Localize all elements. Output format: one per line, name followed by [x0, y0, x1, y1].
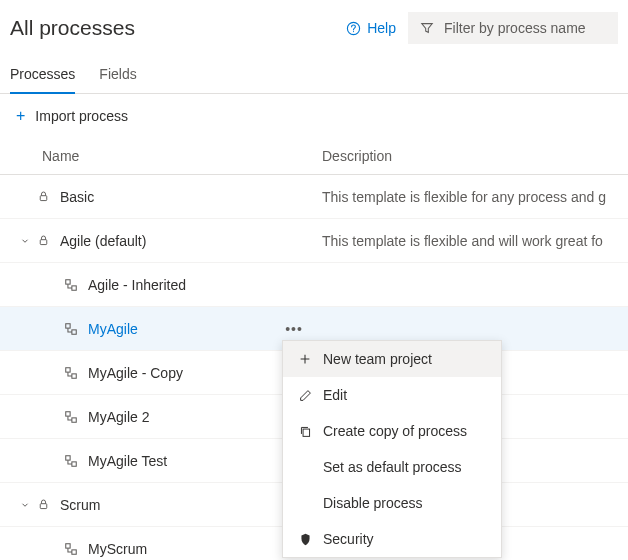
svg-rect-9 — [72, 373, 76, 377]
inherited-icon — [62, 322, 80, 336]
copy-icon — [297, 425, 313, 438]
tabs: Processes Fields — [0, 58, 628, 94]
process-name[interactable]: Agile (default) — [52, 233, 146, 249]
lock-icon — [34, 190, 52, 203]
svg-rect-3 — [40, 240, 47, 245]
menu-item-set-as-default-process[interactable]: Set as default process — [283, 449, 501, 485]
menu-item-label: Security — [323, 531, 374, 547]
menu-item-label: Set as default process — [323, 459, 462, 475]
inherited-icon — [62, 410, 80, 424]
svg-rect-15 — [66, 543, 70, 547]
more-actions-button[interactable]: ••• — [282, 321, 306, 337]
table-header: Name Description — [0, 138, 628, 175]
context-menu: New team projectEditCreate copy of proce… — [282, 340, 502, 558]
column-description: Description — [322, 148, 628, 164]
svg-rect-7 — [72, 329, 76, 333]
help-label: Help — [367, 20, 396, 36]
shield-icon — [297, 533, 313, 546]
menu-item-create-copy-of-process[interactable]: Create copy of process — [283, 413, 501, 449]
menu-item-label: New team project — [323, 351, 432, 367]
edit-icon — [297, 389, 313, 402]
svg-rect-17 — [303, 429, 310, 436]
plus-icon — [297, 352, 313, 366]
menu-item-label: Edit — [323, 387, 347, 403]
menu-item-edit[interactable]: Edit — [283, 377, 501, 413]
svg-rect-6 — [66, 323, 70, 327]
menu-item-security[interactable]: Security — [283, 521, 501, 557]
filter-input[interactable]: Filter by process name — [408, 12, 618, 44]
import-label: Import process — [35, 108, 128, 124]
inherited-icon — [62, 542, 80, 556]
filter-placeholder: Filter by process name — [444, 20, 586, 36]
menu-item-label: Create copy of process — [323, 423, 467, 439]
svg-rect-13 — [72, 461, 76, 465]
plus-icon: + — [16, 108, 25, 124]
lock-icon — [34, 234, 52, 247]
table-row[interactable]: Agile (default)This template is flexible… — [0, 219, 628, 263]
tab-processes[interactable]: Processes — [10, 58, 75, 94]
svg-rect-8 — [66, 367, 70, 371]
menu-item-new-team-project[interactable]: New team project — [283, 341, 501, 377]
inherited-icon — [62, 366, 80, 380]
import-process-button[interactable]: + Import process — [0, 94, 628, 138]
process-description: This template is flexible for any proces… — [322, 189, 628, 205]
svg-point-1 — [353, 31, 354, 32]
chevron-down-icon[interactable] — [16, 500, 34, 510]
tab-fields[interactable]: Fields — [99, 58, 136, 93]
process-name[interactable]: Agile - Inherited — [80, 277, 186, 293]
inherited-icon — [62, 278, 80, 292]
process-name[interactable]: Scrum — [52, 497, 100, 513]
process-name[interactable]: MyAgile Test — [80, 453, 167, 469]
svg-rect-5 — [72, 285, 76, 289]
page-title: All processes — [10, 16, 135, 40]
svg-rect-2 — [40, 196, 47, 201]
help-link[interactable]: Help — [346, 20, 396, 36]
help-icon — [346, 21, 361, 36]
filter-icon — [420, 21, 434, 35]
svg-rect-4 — [66, 279, 70, 283]
lock-icon — [34, 498, 52, 511]
inherited-icon — [62, 454, 80, 468]
chevron-down-icon[interactable] — [16, 236, 34, 246]
process-description: This template is flexible and will work … — [322, 233, 628, 249]
menu-item-label: Disable process — [323, 495, 423, 511]
process-name[interactable]: MyAgile 2 — [80, 409, 149, 425]
svg-rect-14 — [40, 504, 47, 509]
table-row[interactable]: Agile - Inherited — [0, 263, 628, 307]
menu-item-disable-process[interactable]: Disable process — [283, 485, 501, 521]
column-name: Name — [42, 148, 322, 164]
process-name[interactable]: MyAgile — [80, 321, 138, 337]
process-name[interactable]: MyScrum — [80, 541, 147, 557]
svg-rect-11 — [72, 417, 76, 421]
process-name[interactable]: MyAgile - Copy — [80, 365, 183, 381]
process-name[interactable]: Basic — [52, 189, 94, 205]
svg-rect-12 — [66, 455, 70, 459]
svg-rect-16 — [72, 549, 76, 553]
svg-rect-10 — [66, 411, 70, 415]
table-row[interactable]: BasicThis template is flexible for any p… — [0, 175, 628, 219]
